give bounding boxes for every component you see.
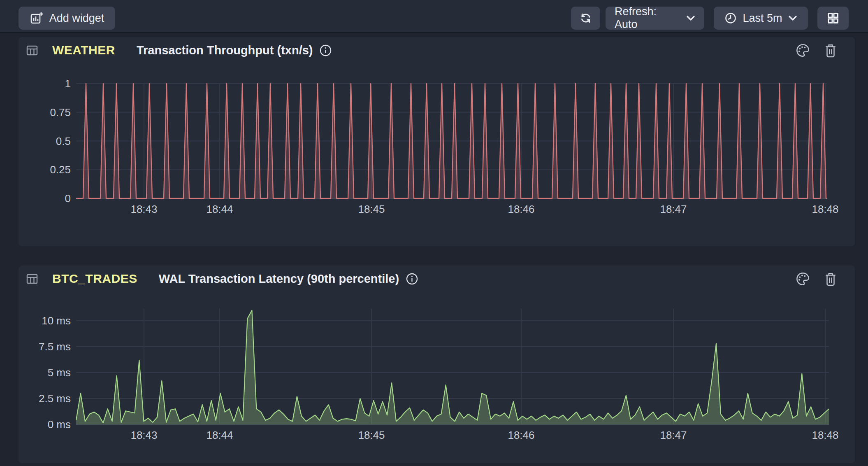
- x-tick-label: 18:47: [645, 202, 702, 217]
- panel-title: WAL Transaction Latency (90th percentile…: [159, 272, 399, 286]
- table-name[interactable]: BTC_TRADES: [52, 272, 137, 286]
- x-tick-label: 18:48: [796, 202, 854, 217]
- grid-icon: [826, 12, 840, 25]
- add-widget-icon: [30, 11, 44, 25]
- y-tick-label: 0: [17, 191, 71, 206]
- palette-icon[interactable]: [795, 43, 810, 58]
- panel-header: WEATHER Transaction Throughput (txn/s): [19, 37, 855, 63]
- refresh-mode-dropdown[interactable]: Refresh: Auto: [606, 7, 704, 30]
- chevron-down-icon: [788, 15, 797, 21]
- add-widget-label: Add widget: [49, 12, 104, 25]
- y-tick-label: 0 ms: [17, 417, 71, 432]
- y-tick-label: 7.5 ms: [17, 339, 71, 354]
- x-tick-label: 18:43: [115, 428, 173, 443]
- panel-title: Transaction Throughput (txn/s): [137, 44, 313, 57]
- table-name[interactable]: WEATHER: [52, 43, 115, 57]
- layout-grid-button[interactable]: [817, 7, 849, 30]
- x-tick-label: 18:44: [191, 428, 248, 443]
- x-tick-label: 18:44: [191, 202, 248, 217]
- widget-panel-btc-trades: BTC_TRADES WAL Transaction Latency (90th…: [19, 266, 855, 463]
- toolbar: Add widget Refresh: Auto: [0, 0, 868, 33]
- x-tick-label: 18:43: [115, 202, 173, 217]
- y-tick-label: 10 ms: [17, 313, 71, 328]
- trash-icon[interactable]: [824, 271, 838, 287]
- time-range-dropdown[interactable]: Last 5m: [714, 7, 808, 30]
- x-tick-label: 18:47: [645, 428, 702, 443]
- latency-series-fill: [76, 310, 829, 424]
- clock-icon: [724, 12, 737, 24]
- palette-icon[interactable]: [795, 271, 810, 287]
- x-tick-label: 18:48: [796, 428, 854, 443]
- y-tick-label: 1: [17, 76, 71, 91]
- y-tick-label: 2.5 ms: [17, 391, 71, 406]
- chevron-down-icon: [686, 15, 695, 21]
- y-tick-label: 5 ms: [17, 365, 71, 380]
- chart-plot-area[interactable]: [76, 84, 827, 198]
- trash-icon[interactable]: [824, 43, 838, 58]
- y-tick-label: 0.25: [17, 162, 71, 177]
- widget-panel-weather: WEATHER Transaction Throughput (txn/s): [19, 37, 855, 246]
- info-icon[interactable]: [319, 44, 332, 57]
- refresh-icon: [579, 12, 592, 25]
- y-tick-label: 0.5: [17, 134, 71, 149]
- table-icon: [26, 273, 38, 285]
- add-widget-button[interactable]: Add widget: [19, 7, 115, 30]
- refresh-mode-label: Refresh: Auto: [615, 5, 680, 31]
- x-tick-label: 18:46: [492, 202, 550, 217]
- refresh-button[interactable]: [571, 7, 600, 30]
- x-tick-label: 18:46: [492, 428, 550, 443]
- panel-header: BTC_TRADES WAL Transaction Latency (90th…: [19, 266, 855, 292]
- y-tick-label: 0.75: [17, 105, 71, 120]
- table-icon: [26, 44, 38, 56]
- dashboard-page: Add widget Refresh: Auto: [0, 0, 868, 466]
- x-tick-label: 18:45: [343, 428, 400, 443]
- info-icon[interactable]: [406, 273, 418, 285]
- x-tick-label: 18:45: [343, 202, 400, 217]
- time-range-label: Last 5m: [743, 12, 782, 25]
- chart-plot-area[interactable]: [76, 309, 829, 424]
